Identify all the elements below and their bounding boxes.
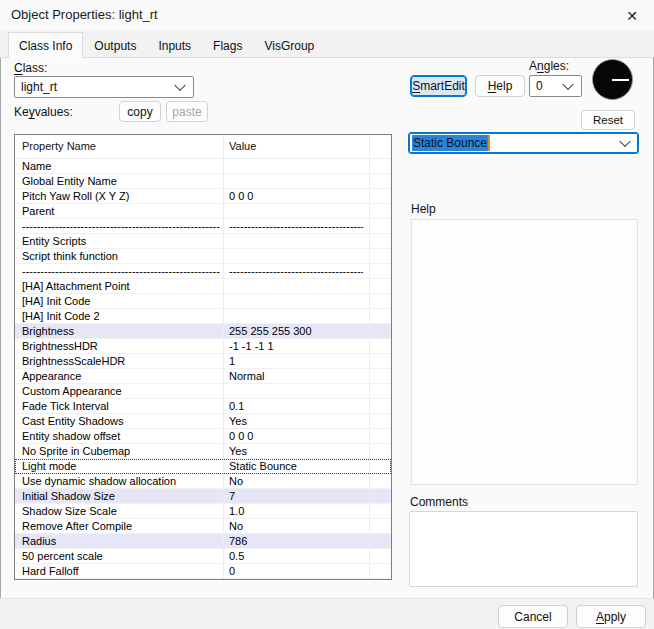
property-name: BrightnessScaleHDR: [22, 354, 220, 368]
angles-combobox[interactable]: 0: [529, 75, 582, 97]
grid-column-divider: [223, 135, 224, 579]
footer-bar: Cancel Apply: [0, 598, 654, 629]
property-name: [HA] Attachment Point: [22, 279, 220, 293]
class-label: Class:: [14, 61, 47, 75]
property-name: Shadow Size Scale: [22, 504, 220, 518]
cancel-button[interactable]: Cancel: [498, 605, 568, 628]
comments-section-label: Comments: [410, 495, 468, 509]
window-title: Object Properties: light_rt: [11, 7, 158, 22]
property-value: Normal: [229, 369, 363, 383]
property-value: ----------------------------------------: [229, 219, 363, 233]
property-value: -1 -1 -1 1: [229, 339, 363, 353]
property-name: Appearance: [22, 369, 220, 383]
property-name: Radius: [22, 534, 220, 548]
property-value: 0 0 0: [229, 189, 363, 203]
close-icon[interactable]: ✕: [620, 5, 644, 27]
property-row[interactable]: BrightnessScaleHDR1: [15, 354, 391, 369]
property-name: Custom Appearance: [22, 384, 220, 398]
property-name: Maximum Distance: [22, 579, 220, 580]
property-row[interactable]: AppearanceNormal: [15, 369, 391, 384]
property-row[interactable]: 50 percent scale0.5: [15, 549, 391, 564]
property-row[interactable]: [HA] Init Code 2: [15, 309, 391, 324]
paste-button: paste: [166, 101, 208, 122]
property-row[interactable]: Maximum Distance0: [15, 579, 391, 580]
property-name: No Sprite in Cubemap: [22, 444, 220, 458]
comments-textarea[interactable]: [409, 511, 638, 587]
apply-button[interactable]: Apply: [576, 605, 646, 628]
help-text-area: [411, 219, 638, 485]
property-row[interactable]: Use dynamic shadow allocationNo: [15, 474, 391, 489]
property-row[interactable]: Brightness255 255 255 300: [15, 324, 391, 339]
property-row[interactable]: Parent: [15, 204, 391, 219]
property-name: Global Entity Name: [22, 174, 220, 188]
grid-column-divider-2: [369, 135, 370, 579]
chevron-down-icon: [619, 136, 630, 147]
smartedit-button[interactable]: SmartEdit: [410, 75, 467, 97]
property-name: ----------------------------------------…: [22, 264, 220, 278]
property-value: No: [229, 519, 363, 533]
help-section-label: Help: [411, 202, 436, 216]
tab-inputs[interactable]: Inputs: [147, 33, 202, 58]
copy-button[interactable]: copy: [119, 101, 161, 122]
property-row[interactable]: Cast Entity ShadowsYes: [15, 414, 391, 429]
property-grid: Property Name Value NameGlobal Entity Na…: [14, 134, 392, 580]
property-value: ----------------------------------------: [229, 264, 363, 278]
property-row[interactable]: Entity Scripts: [15, 234, 391, 249]
property-row[interactable]: Light modeStatic Bounce: [15, 459, 391, 474]
property-value: 0.1: [229, 399, 363, 413]
property-name: Pitch Yaw Roll (X Y Z): [22, 189, 220, 203]
property-row[interactable]: [HA] Attachment Point: [15, 279, 391, 294]
property-row[interactable]: Name: [15, 159, 391, 174]
property-value: 1.0: [229, 504, 363, 518]
tab-visgroup[interactable]: VisGroup: [253, 33, 325, 58]
tab-class-info[interactable]: Class Info: [8, 32, 83, 58]
angles-label: Angles:: [529, 59, 569, 73]
property-row[interactable]: Custom Appearance: [15, 384, 391, 399]
property-name: Name: [22, 159, 220, 173]
property-row[interactable]: [HA] Init Code: [15, 294, 391, 309]
smart-value-combobox[interactable]: Static Bounce: [408, 132, 639, 154]
property-value: 0 0 0: [229, 429, 363, 443]
reset-button[interactable]: Reset: [581, 110, 635, 130]
property-value: 0: [229, 564, 363, 578]
class-combobox[interactable]: light_rt: [14, 76, 194, 98]
titlebar: Object Properties: light_rt ✕: [0, 0, 654, 30]
property-name: Brightness: [22, 324, 220, 338]
property-name: Hard Falloff: [22, 564, 220, 578]
property-name: [HA] Init Code: [22, 294, 220, 308]
property-row[interactable]: Remove After CompileNo: [15, 519, 391, 534]
property-row[interactable]: Fade Tick Interval0.1: [15, 399, 391, 414]
property-name: Cast Entity Shadows: [22, 414, 220, 428]
property-name: 50 percent scale: [22, 549, 220, 563]
property-row[interactable]: Pitch Yaw Roll (X Y Z)0 0 0: [15, 189, 391, 204]
property-name: Initial Shadow Size: [22, 489, 220, 503]
property-row[interactable]: Shadow Size Scale1.0: [15, 504, 391, 519]
property-value: Yes: [229, 444, 363, 458]
property-row[interactable]: Entity shadow offset0 0 0: [15, 429, 391, 444]
tab-outputs[interactable]: Outputs: [83, 33, 147, 58]
property-grid-header: Property Name Value: [15, 135, 391, 159]
property-separator-row: ----------------------------------------…: [15, 219, 391, 234]
property-name: Entity Scripts: [22, 234, 220, 248]
column-header-value: Value: [229, 140, 256, 152]
property-row[interactable]: BrightnessHDR-1 -1 -1 1: [15, 339, 391, 354]
angle-dial[interactable]: [592, 59, 633, 100]
help-button[interactable]: Help: [475, 75, 525, 97]
property-row[interactable]: Initial Shadow Size7: [15, 489, 391, 504]
property-row[interactable]: Radius786: [15, 534, 391, 549]
property-row[interactable]: Global Entity Name: [15, 174, 391, 189]
tab-flags[interactable]: Flags: [202, 33, 253, 58]
property-value: 255 255 255 300: [229, 324, 363, 338]
property-name: Use dynamic shadow allocation: [22, 474, 220, 488]
property-name: Entity shadow offset: [22, 429, 220, 443]
angle-indicator-line: [612, 79, 629, 81]
property-value: Static Bounce: [229, 459, 363, 473]
smart-value-selected-text: Static Bounce: [412, 135, 488, 151]
property-row[interactable]: Script think function: [15, 249, 391, 264]
property-name: Light mode: [22, 459, 220, 473]
property-grid-body: NameGlobal Entity NamePitch Yaw Roll (X …: [15, 159, 391, 580]
chevron-down-icon: [174, 80, 185, 91]
property-name: Remove After Compile: [22, 519, 220, 533]
property-row[interactable]: No Sprite in CubemapYes: [15, 444, 391, 459]
property-row[interactable]: Hard Falloff0: [15, 564, 391, 579]
